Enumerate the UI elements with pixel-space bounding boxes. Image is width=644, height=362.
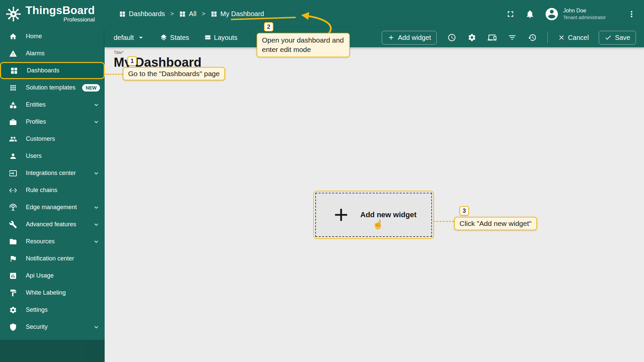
plus-icon: [331, 204, 352, 225]
chevron-down-icon: [93, 323, 100, 331]
user-info: John Doe Tenant administrator: [563, 7, 606, 20]
sidebar-nav: HomeAlarmsDashboardsSolution templatesNE…: [0, 28, 105, 336]
dashboard-settings-icon[interactable]: [467, 33, 477, 43]
fullscreen-icon[interactable]: [505, 9, 516, 19]
gear-icon: [9, 306, 17, 314]
sidebar-item-settings[interactable]: Settings: [0, 301, 105, 318]
sidebar-item-label: White Labeling: [26, 289, 66, 296]
sidebar-item-security[interactable]: Security: [0, 318, 105, 336]
chevron-down-icon: [93, 221, 100, 228]
category-icon: [9, 101, 17, 109]
sidebar-item-entities[interactable]: Entities: [0, 96, 105, 113]
dashboard-icon: [179, 11, 186, 17]
new-badge: NEW: [82, 84, 100, 92]
dashboard-title-input[interactable]: My Dashboard: [114, 55, 202, 70]
toolbar-icon-buttons: [447, 33, 537, 43]
save-label: Save: [615, 34, 630, 42]
sidebar-item-label: Advanced features: [26, 221, 76, 228]
breadcrumb-item-my-dashboard[interactable]: My Dashboard: [211, 10, 264, 18]
person-icon: [9, 152, 17, 160]
layers-icon: [160, 34, 167, 41]
breadcrumb-item-all[interactable]: All: [179, 10, 196, 18]
thingsboard-app: ThingsBoard Professional HomeAlarmsDashb…: [0, 0, 644, 362]
sidebar-item-edge-management[interactable]: Edge management: [0, 199, 105, 216]
warning-icon: [9, 50, 17, 58]
add-widget-highlight: Add new widget ☝: [313, 191, 434, 239]
chevron-down-icon: [93, 204, 100, 211]
add-widget-button[interactable]: Add widget: [382, 31, 437, 45]
breadcrumb-separator: >: [202, 10, 206, 17]
app-edition: Professional: [25, 16, 95, 23]
check-icon: [604, 34, 612, 41]
title-field-label: Title*: [114, 50, 123, 55]
plus-icon: [387, 34, 395, 41]
ethernet-icon: [9, 186, 17, 194]
header-actions: John Doe Tenant administrator: [505, 7, 644, 21]
states-button[interactable]: States: [160, 34, 189, 42]
chart-icon: [9, 272, 17, 280]
states-label: States: [170, 34, 189, 42]
sidebar-item-integrations-center[interactable]: Integrations center: [0, 165, 105, 182]
notifications-bell-icon[interactable]: [525, 9, 535, 19]
chevron-down-icon: [93, 118, 100, 126]
sidebar-item-solution-templates[interactable]: Solution templatesNEW: [0, 79, 105, 96]
add-new-widget-button[interactable]: Add new widget ☝: [315, 193, 432, 237]
sidebar-item-label: Solution templates: [26, 84, 75, 91]
sidebar-item-notification-center[interactable]: Notification center: [0, 250, 105, 267]
chevron-down-icon: [93, 101, 100, 109]
sidebar-item-rule-chains[interactable]: Rule chains: [0, 182, 105, 199]
profiles-icon: [9, 118, 17, 126]
sidebar-item-api-usage[interactable]: Api Usage: [0, 267, 105, 284]
avatar: [544, 7, 559, 21]
sidebar-item-label: Customers: [26, 135, 55, 142]
sidebar-item-label: Home: [26, 33, 42, 40]
layouts-button[interactable]: Layouts: [204, 34, 237, 42]
sidebar-item-advanced-features[interactable]: Advanced features: [0, 216, 105, 233]
toolbar-divider: [547, 32, 548, 43]
dashboard-toolbar: default States Layouts Add widget Cancel: [105, 28, 644, 47]
customers-icon: [9, 135, 17, 143]
sidebar-item-label: Users: [26, 153, 42, 160]
version-history-icon[interactable]: [527, 33, 537, 43]
time-window-icon[interactable]: [447, 33, 457, 43]
sidebar-item-resources[interactable]: Resources: [0, 233, 105, 250]
layouts-label: Layouts: [214, 34, 237, 42]
sidebar-item-label: Dashboards: [27, 67, 59, 74]
sidebar-item-label: Resources: [26, 238, 55, 245]
dashboard-icon: [119, 11, 126, 17]
sidebar: ThingsBoard Professional HomeAlarmsDashb…: [0, 0, 105, 362]
input-icon: [9, 169, 17, 177]
sidebar-item-dashboards[interactable]: Dashboards: [0, 62, 105, 79]
sidebar-item-white-labeling[interactable]: White Labeling: [0, 284, 105, 301]
apps-icon: [9, 84, 17, 92]
sidebar-item-users[interactable]: Users: [0, 147, 105, 165]
breadcrumb-item-dashboards[interactable]: Dashboards: [119, 10, 165, 18]
toolbar-left: default States Layouts: [114, 33, 237, 42]
close-icon: [558, 34, 565, 41]
sidebar-item-profiles[interactable]: Profiles: [0, 113, 105, 130]
shield-icon: [9, 323, 17, 331]
dropdown-caret-icon: [137, 33, 145, 42]
breadcrumb-label: All: [189, 10, 196, 18]
sidebar-item-alarms[interactable]: Alarms: [0, 45, 105, 62]
cancel-button[interactable]: Cancel: [558, 34, 589, 42]
antenna-icon: [9, 203, 17, 212]
thingsboard-logo-icon: [5, 5, 22, 23]
save-button[interactable]: Save: [599, 31, 636, 45]
dashboard-content: Title* My Dashboard Add new widget ☝: [105, 47, 644, 362]
folder-icon: [9, 238, 17, 246]
breadcrumb-label: My Dashboard: [220, 10, 264, 18]
sidebar-item-label: Edge management: [26, 204, 77, 211]
chevron-down-icon: [93, 238, 100, 245]
sidebar-item-home[interactable]: Home: [0, 28, 105, 45]
sidebar-item-customers[interactable]: Customers: [0, 130, 105, 147]
user-role: Tenant administrator: [563, 14, 606, 20]
sidebar-item-label: Settings: [26, 306, 48, 313]
sidebar-item-label: Notification center: [26, 255, 74, 262]
user-menu[interactable]: John Doe Tenant administrator: [544, 7, 606, 21]
more-vert-icon[interactable]: [627, 9, 637, 19]
state-selector[interactable]: default: [114, 33, 145, 42]
filters-icon[interactable]: [507, 33, 517, 43]
logo[interactable]: ThingsBoard Professional: [0, 0, 105, 28]
entity-aliases-icon[interactable]: [487, 33, 497, 43]
